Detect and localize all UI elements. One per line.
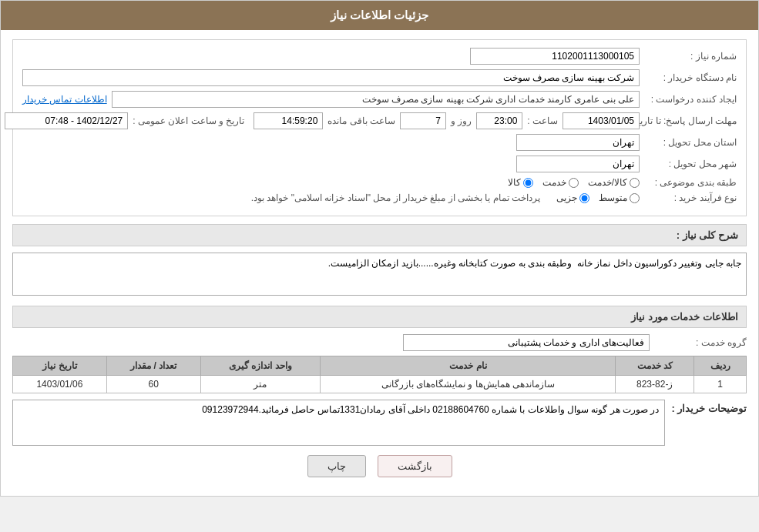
radio-partial-label: جزیی [556,192,577,203]
radio-item-service: خدمت [542,177,579,188]
col-quantity: تعداد / مقدار [106,356,200,376]
radio-service[interactable] [569,178,579,188]
purchase-type-row: نوع فرآیند خرید : متوسط جزیی پرداخت تمام… [22,192,737,203]
table-row: 1 ز-82-823 سازماندهی همایش‌ها و نمایشگاه… [13,376,747,393]
cell-service-name: سازماندهی همایش‌ها و نمایشگاه‌های بازرگا… [321,376,616,393]
buyer-station-input[interactable] [22,69,640,86]
category-row: طبقه بندی موضوعی : کالا/خدمت خدمت کالا [22,177,737,188]
radio-service-label: خدمت [542,177,566,188]
creator-value: علی بنی عامری کارمند خدمات اداری شرکت به… [112,91,640,108]
deadline-row: مهلت ارسال پاسخ: تا تاریخ : ساعت : روز و… [22,112,737,129]
need-number-row: شماره نیاز : [22,48,737,65]
page-wrapper: جزئیات اطلاعات نیاز شماره نیاز : نام دست… [0,0,759,497]
radio-goods-label: کالا [508,177,521,188]
radio-item-goods-service: کالا/خدمت [588,177,640,188]
province-label: استان محل تحویل : [644,137,737,148]
back-button[interactable]: بازگشت [378,455,452,477]
main-form-section: شماره نیاز : نام دستگاه خریدار : ایجاد ک… [12,39,747,216]
category-label: طبقه بندی موضوعی : [644,177,737,188]
time-value-input[interactable] [476,112,522,129]
radio-item-goods: کالا [508,177,533,188]
page-title: جزئیات اطلاعات نیاز [331,8,428,22]
radio-partial[interactable] [579,193,589,203]
need-description-section: شرح کلی نیاز : جابه جایی وتغییر دکوراسیو… [12,224,747,298]
col-service-code: کد خدمت [616,356,694,376]
buyer-desc-label: توضیحات خریدار : [671,400,747,414]
need-number-label: شماره نیاز : [644,51,737,62]
services-section-title: اطلاعات خدمات مورد نیاز [12,306,747,328]
col-row-num: ردیف [694,356,747,376]
col-service-name: نام خدمت [321,356,616,376]
province-input[interactable] [516,134,640,151]
buyer-desc-section: توضیحات خریدار : در صورت هر گونه سوال وا… [12,400,747,446]
cell-service-code: ز-82-823 [616,376,694,393]
date-value-input[interactable] [563,112,640,129]
services-section: اطلاعات خدمات مورد نیاز گروه خدمت : ردیف… [12,306,747,393]
radio-medium-label: متوسط [599,192,627,203]
radio-goods[interactable] [523,178,533,188]
radio-goods-service-label: کالا/خدمت [588,177,627,188]
category-radio-group: کالا/خدمت خدمت کالا [508,177,640,188]
city-row: شهر محل تحویل : [22,156,737,172]
purchase-note: پرداخت تمام یا بخشی از مبلغ خریدار از مح… [251,192,540,203]
remaining-value-input[interactable] [254,112,323,129]
service-group-row: گروه خدمت : [12,334,747,351]
service-group-label: گروه خدمت : [654,337,747,348]
buyer-station-row: نام دستگاه خریدار : [22,69,737,86]
cell-quantity: 60 [106,376,200,393]
day-label: روز و [451,115,472,126]
city-input[interactable] [516,156,640,172]
radio-medium[interactable] [630,193,640,203]
remaining-label: ساعت باقی مانده [327,115,395,126]
deadline-label: مهلت ارسال پاسخ: تا تاریخ : [644,115,737,126]
radio-goods-service[interactable] [630,178,640,188]
need-number-input[interactable] [470,48,640,65]
announce-date-input[interactable] [5,112,128,129]
purchase-type-label: نوع فرآیند خرید : [644,192,737,203]
day-value-input[interactable] [400,112,446,129]
buyer-desc-textarea[interactable]: در صورت هر گونه سوال واطلاعات با شماره 0… [12,400,665,446]
purchase-radio-group: متوسط جزیی [556,192,640,203]
cell-unit: متر [200,376,321,393]
page-header: جزئیات اطلاعات نیاز [1,1,758,30]
province-row: استان محل تحویل : [22,134,737,151]
creator-label: ایجاد کننده درخواست : [644,94,737,105]
col-date: تاریخ نیاز [13,356,107,376]
services-table: ردیف کد خدمت نام خدمت واحد اندازه گیری ت… [12,356,747,393]
print-button[interactable]: چاپ [307,455,366,477]
city-label: شهر محل تحویل : [644,159,737,169]
cell-date: 1403/01/06 [13,376,107,393]
contact-link[interactable]: اطلاعات تماس خریدار [22,94,107,105]
radio-item-medium: متوسط [599,192,640,203]
footer-buttons: بازگشت چاپ [12,446,747,487]
content-area: شماره نیاز : نام دستگاه خریدار : ایجاد ک… [1,30,758,496]
buyer-station-label: نام دستگاه خریدار : [644,72,737,83]
col-unit: واحد اندازه گیری [200,356,321,376]
creator-row: ایجاد کننده درخواست : علی بنی عامری کارم… [22,91,737,108]
time-label: ساعت : [527,115,558,126]
service-group-input[interactable] [403,334,650,351]
cell-row-num: 1 [694,376,747,393]
need-description-textarea[interactable]: جابه جایی وتغییر دکوراسیون داخل نماز خان… [12,253,747,296]
announce-label: تاریخ و ساعت اعلان عمومی : [133,115,244,126]
need-description-title: شرح کلی نیاز : [12,224,747,246]
radio-item-partial: جزیی [556,192,589,203]
